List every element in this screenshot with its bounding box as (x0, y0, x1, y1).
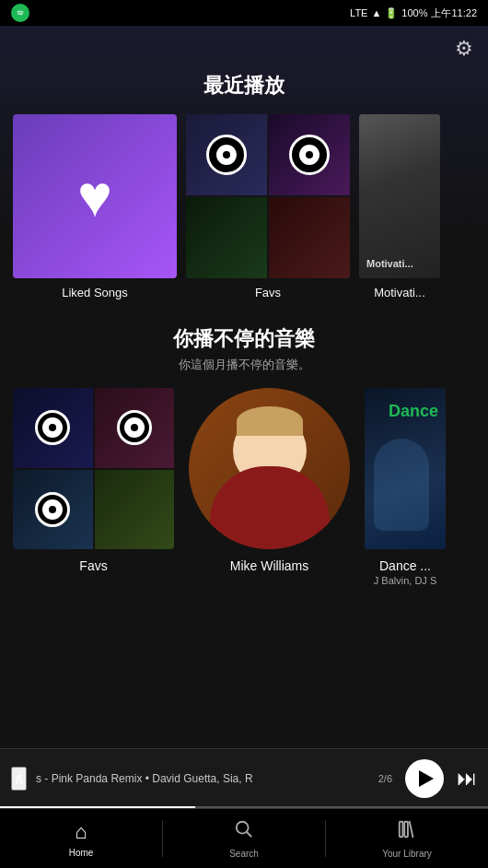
playback-controls: ⏭ (405, 759, 477, 798)
track-progress: 2/6 (378, 773, 392, 784)
svg-rect-4 (404, 821, 408, 837)
favs-label: Favs (255, 286, 281, 299)
ns-dance-label: Dance ... (379, 558, 431, 573)
ns-person-thumb (189, 388, 350, 549)
favs-thumb (186, 114, 350, 278)
recently-played-title: 最近播放 (13, 72, 475, 100)
nav-item-library[interactable]: Your Library (326, 812, 488, 866)
motivation-label: Motivati... (374, 286, 425, 299)
list-item[interactable]: Favs (13, 388, 174, 586)
status-bar: LTE ▲ 🔋 100% 上午11:22 (0, 0, 488, 26)
library-label: Your Library (382, 849, 432, 859)
ns-collage-cell-2 (95, 388, 175, 468)
liked-songs-label: Liked Songs (62, 286, 128, 299)
ns-person-label: Mike Williams (230, 558, 309, 573)
ns-collage-cell-1 (13, 388, 93, 468)
main-content: ⚙ 最近播放 ♥ Liked Songs (0, 26, 488, 748)
spotify-logo (11, 4, 29, 22)
collage-cell-2 (269, 114, 350, 195)
time-display: 上午11:22 (431, 6, 477, 20)
play-pause-button[interactable] (405, 759, 444, 798)
heart-icon: ♥ (77, 162, 112, 230)
settings-button[interactable]: ⚙ (455, 37, 473, 61)
list-item[interactable]: Mike Williams (189, 388, 350, 586)
search-icon (234, 819, 254, 845)
nonstop-subtitle: 你這個月播不停的音樂。 (13, 357, 475, 373)
battery-icon: 🔋 (385, 7, 398, 19)
play-icon (419, 770, 434, 787)
home-icon: ⌂ (75, 820, 87, 844)
list-item[interactable]: ♥ Liked Songs (13, 114, 177, 299)
ns-favs-thumb (13, 388, 174, 549)
search-label: Search (229, 849, 259, 859)
collage-cell-1 (186, 114, 267, 195)
nonstop-grid: Favs Mike Williams Dance (13, 388, 475, 586)
battery-level: 100% (401, 7, 427, 18)
track-info: s - Pink Panda Remix • David Guetta, Sia… (36, 772, 369, 785)
collapse-button[interactable]: ∧ (11, 767, 27, 791)
skip-next-button[interactable]: ⏭ (457, 767, 477, 791)
motivation-thumb: Motivati... (359, 114, 440, 278)
ns-favs-label: Favs (79, 558, 107, 573)
list-item[interactable]: Dance Dance ... J Balvin, DJ S (365, 388, 446, 586)
svg-rect-3 (400, 821, 403, 837)
nav-item-home[interactable]: ⌂ Home (0, 813, 162, 865)
recently-played-section: 最近播放 ♥ Liked Songs (0, 72, 488, 299)
list-item[interactable]: Favs (186, 114, 350, 299)
home-label: Home (69, 848, 94, 858)
ns-collage-cell-4 (95, 470, 175, 550)
network-indicator: LTE (350, 7, 367, 18)
library-icon (397, 819, 417, 845)
collage-cell-3 (186, 197, 267, 278)
ns-dance-thumb: Dance (365, 388, 446, 549)
nonstop-section: 你播不停的音樂 你這個月播不停的音樂。 Favs (0, 299, 488, 586)
person-body (210, 466, 330, 549)
svg-point-1 (237, 821, 249, 833)
ns-collage-cell-3 (13, 470, 93, 550)
now-playing-bar: ∧ s - Pink Panda Remix • David Guetta, S… (0, 748, 488, 808)
nonstop-title: 你播不停的音樂 (13, 325, 475, 353)
ns-dance-sublabel: J Balvin, DJ S (374, 575, 436, 586)
svg-line-2 (247, 831, 252, 837)
nav-item-search[interactable]: Search (163, 812, 325, 866)
track-title: s - Pink Panda Remix • David Guetta, Sia… (36, 772, 253, 785)
signal-icon: ▲ (371, 7, 381, 18)
dance-text-overlay: Dance (389, 403, 438, 421)
collage-cell-4 (269, 197, 350, 278)
bottom-navigation: ⌂ Home Search Your Library (0, 808, 488, 868)
liked-songs-thumb: ♥ (13, 114, 177, 278)
list-item[interactable]: Motivati... Motivati... (359, 114, 440, 299)
recently-played-grid: ♥ Liked Songs (13, 114, 475, 299)
